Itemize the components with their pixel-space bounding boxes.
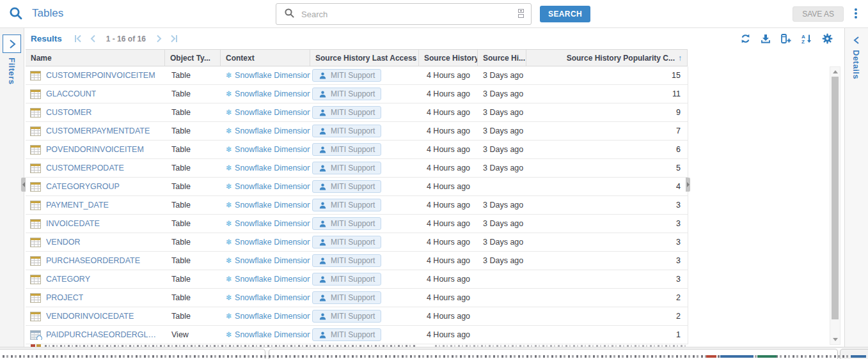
context-link[interactable]: Snowflake Dimension <box>235 71 310 80</box>
cell-source-history-1: 4 Hours ago <box>419 71 478 80</box>
context-link[interactable]: Snowflake Dimension <box>235 89 310 98</box>
cell-last-access-user: MITI Support <box>310 291 419 304</box>
table-row[interactable]: CUSTOMERPAYMENTDATE Table ❄ Snowflake Di… <box>26 122 688 141</box>
column-header-name[interactable]: Name <box>26 50 165 66</box>
column-header-last-access-users[interactable]: Source History Last Access Users <box>310 50 419 66</box>
scroll-down-icon[interactable] <box>833 338 838 341</box>
object-name-link[interactable]: VENDOR <box>46 238 80 247</box>
context-link[interactable]: Snowflake Dimension <box>235 275 310 284</box>
table-row[interactable]: PURCHASEORDERDATE Table ❄ Snowflake Dime… <box>26 252 688 270</box>
context-link[interactable]: Snowflake Dimension <box>235 312 310 321</box>
object-name-link[interactable]: CUSTOMER <box>46 108 91 117</box>
advanced-search-icon[interactable] <box>518 9 525 19</box>
user-chip[interactable]: MITI Support <box>312 162 381 174</box>
last-page-icon[interactable] <box>169 34 178 43</box>
filters-expand-button[interactable] <box>3 34 21 53</box>
table-row[interactable]: PAYMENT_DATE Table ❄ Snowflake Dimension… <box>26 196 688 215</box>
table-row[interactable]: CUSTOMERPOINVOICEITEM Table ❄ Snowflake … <box>26 66 688 85</box>
search-input[interactable] <box>301 10 518 19</box>
context-link[interactable]: Snowflake Dimension <box>235 238 310 247</box>
user-chip[interactable]: MITI Support <box>312 69 381 82</box>
left-panel-resize-handle[interactable] <box>21 178 26 192</box>
table-row[interactable]: CATEGORYGROUP Table ❄ Snowflake Dimensio… <box>26 178 688 196</box>
user-chip[interactable]: MITI Support <box>312 310 381 323</box>
column-header-context[interactable]: Context <box>221 50 310 66</box>
right-panel-resize-handle[interactable] <box>686 178 690 192</box>
gear-icon[interactable] <box>822 33 833 44</box>
first-page-icon[interactable] <box>74 34 83 43</box>
sort-az-icon[interactable]: AZ <box>801 33 812 44</box>
sort-ascending-icon[interactable]: ↑ <box>678 54 682 63</box>
scrollbar-thumb[interactable] <box>832 77 839 319</box>
table-row[interactable]: CUSTOMER Table ❄ Snowflake Dimension MIT… <box>26 103 688 122</box>
previous-page-icon[interactable] <box>89 34 97 43</box>
table-row[interactable]: PROJECT Table ❄ Snowflake Dimension MITI… <box>26 289 688 307</box>
object-name-link[interactable]: POVENDORINVOICEITEM <box>46 145 144 154</box>
download-icon[interactable] <box>761 33 771 44</box>
column-header-source-history-2[interactable]: Source Hi... <box>478 50 526 66</box>
overflow-menu-kebab-icon[interactable] <box>855 8 857 19</box>
column-header-popularity[interactable]: Source History Popularity C... ↑ <box>526 50 688 66</box>
column-header-object-type[interactable]: Object Ty... <box>165 50 221 66</box>
filters-panel-label[interactable]: Filters <box>7 57 17 85</box>
user-chip[interactable]: MITI Support <box>312 199 381 211</box>
chevron-left-icon[interactable] <box>853 36 861 47</box>
user-chip[interactable]: MITI Support <box>312 180 381 193</box>
context-link[interactable]: Snowflake Dimension <box>235 145 310 154</box>
scroll-up-icon[interactable] <box>833 70 838 73</box>
table-row[interactable]: CATEGORY Table ❄ Snowflake Dimension MIT… <box>26 270 688 289</box>
context-link[interactable]: Snowflake Dimension <box>235 201 310 210</box>
user-chip[interactable]: MITI Support <box>312 291 381 304</box>
cell-context: ❄ Snowflake Dimension <box>221 164 310 172</box>
object-name-link[interactable]: INVOICEDATE <box>46 219 100 228</box>
context-link[interactable]: Snowflake Dimension <box>235 108 310 117</box>
context-link[interactable]: Snowflake Dimension <box>235 293 310 302</box>
object-name-link[interactable]: CUSTOMERPAYMENTDATE <box>46 126 150 135</box>
table-row[interactable]: CUSTOMERPODATE Table ❄ Snowflake Dimensi… <box>26 159 688 178</box>
context-link[interactable]: Snowflake Dimension <box>235 330 310 339</box>
cell-object-type: Table <box>165 256 221 265</box>
context-link[interactable]: Snowflake Dimension <box>235 182 310 191</box>
user-chip[interactable]: MITI Support <box>312 106 381 119</box>
refresh-icon[interactable] <box>740 33 751 44</box>
table-row[interactable]: VENDORINVOICEDATE Table ❄ Snowflake Dime… <box>26 307 688 326</box>
object-name-link[interactable]: VENDORINVOICEDATE <box>46 312 134 321</box>
svg-text:Z: Z <box>801 39 805 44</box>
table-grid-icon <box>30 71 41 80</box>
object-name-link[interactable]: PAYMENT_DATE <box>46 201 109 210</box>
table-row[interactable]: INVOICEDATE Table ❄ Snowflake Dimension … <box>26 215 688 233</box>
object-name-link[interactable]: GLACCOUNT <box>46 89 96 98</box>
search-button[interactable]: SEARCH <box>540 6 590 22</box>
table-row[interactable]: VENDOR Table ❄ Snowflake Dimension MITI … <box>26 233 688 252</box>
column-header-source-history-1[interactable]: Source History... <box>419 50 478 66</box>
user-chip[interactable]: MITI Support <box>312 143 381 156</box>
cell-context: ❄ Snowflake Dimension <box>221 219 310 228</box>
context-link[interactable]: Snowflake Dimension <box>235 219 310 228</box>
object-name-link[interactable]: PURCHASEORDERDATE <box>46 256 140 265</box>
object-name-link[interactable]: PROJECT <box>46 293 83 302</box>
object-name-link[interactable]: CATEGORY <box>46 275 90 284</box>
context-link[interactable]: Snowflake Dimension <box>235 126 310 135</box>
table-row[interactable]: POVENDORINVOICEITEM Table ❄ Snowflake Di… <box>26 141 688 159</box>
object-name-link[interactable]: CUSTOMERPODATE <box>46 164 124 172</box>
details-panel-label[interactable]: Details <box>851 50 861 79</box>
vertical-scrollbar[interactable] <box>830 66 840 345</box>
table-row[interactable]: GLACCOUNT Table ❄ Snowflake Dimension MI… <box>26 85 688 103</box>
context-link[interactable]: Snowflake Dimension <box>235 256 310 265</box>
object-name-link[interactable]: CATEGORYGROUP <box>46 182 120 191</box>
add-column-icon[interactable] <box>780 33 792 44</box>
table-row[interactable]: PAIDPURCHASEORDERGLACCO... View ❄ Snowfl… <box>26 326 688 344</box>
user-chip[interactable]: MITI Support <box>312 254 381 267</box>
object-name-link[interactable]: CUSTOMERPOINVOICEITEM <box>46 71 155 80</box>
user-chip[interactable]: MITI Support <box>312 217 381 230</box>
table-body: CUSTOMERPOINVOICEITEM Table ❄ Snowflake … <box>26 66 688 344</box>
context-link[interactable]: Snowflake Dimension <box>235 164 310 172</box>
user-chip[interactable]: MITI Support <box>312 125 381 137</box>
next-page-icon[interactable] <box>155 34 163 43</box>
object-name-link[interactable]: PAIDPURCHASEORDERGLACCO... <box>46 330 160 339</box>
user-chip[interactable]: MITI Support <box>312 273 381 286</box>
user-chip[interactable]: MITI Support <box>312 88 381 100</box>
user-chip[interactable]: MITI Support <box>312 236 381 248</box>
user-chip[interactable]: MITI Support <box>312 328 381 341</box>
save-as-button[interactable]: SAVE AS <box>793 6 844 22</box>
